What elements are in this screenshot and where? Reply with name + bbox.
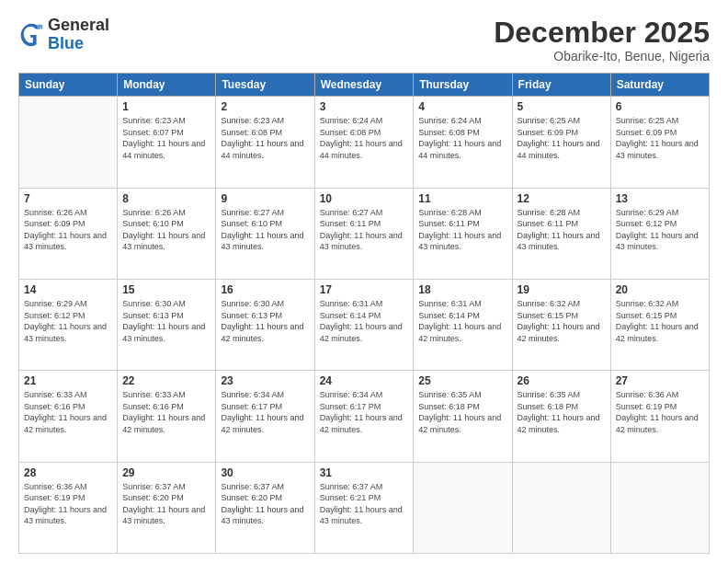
day-number: 28 [24,466,112,479]
calendar-cell: 4Sunrise: 6:24 AMSunset: 6:08 PMDaylight… [414,97,512,188]
calendar-cell: 11Sunrise: 6:28 AMSunset: 6:11 PMDayligh… [414,188,512,279]
calendar-cell: 1Sunrise: 6:23 AMSunset: 6:07 PMDaylight… [118,97,216,188]
day-info: Sunrise: 6:31 AMSunset: 6:14 PMDaylight:… [320,298,409,344]
day-info: Sunrise: 6:32 AMSunset: 6:15 PMDaylight:… [616,298,704,344]
day-number: 2 [221,100,309,113]
month-title: December 2025 [494,17,710,49]
calendar-cell: 20Sunrise: 6:32 AMSunset: 6:15 PMDayligh… [610,279,709,370]
day-info: Sunrise: 6:29 AMSunset: 6:12 PMDaylight:… [616,207,704,253]
weekday-sunday: Sunday [19,74,118,97]
calendar-cell: 6Sunrise: 6:25 AMSunset: 6:09 PMDaylight… [610,97,709,188]
day-number: 11 [418,192,506,205]
calendar-cell: 31Sunrise: 6:37 AMSunset: 6:21 PMDayligh… [314,462,414,553]
calendar-cell [610,462,709,553]
calendar-cell: 22Sunrise: 6:33 AMSunset: 6:16 PMDayligh… [118,371,216,462]
calendar-cell: 19Sunrise: 6:32 AMSunset: 6:15 PMDayligh… [512,279,610,370]
calendar-week-4: 21Sunrise: 6:33 AMSunset: 6:16 PMDayligh… [19,371,710,462]
day-info: Sunrise: 6:33 AMSunset: 6:16 PMDaylight:… [24,389,112,435]
weekday-wednesday: Wednesday [314,74,414,97]
day-number: 24 [320,374,409,387]
logo-icon [18,22,44,48]
calendar-cell: 7Sunrise: 6:26 AMSunset: 6:09 PMDaylight… [19,188,118,279]
calendar-cell: 23Sunrise: 6:34 AMSunset: 6:17 PMDayligh… [216,371,314,462]
calendar-cell: 14Sunrise: 6:29 AMSunset: 6:12 PMDayligh… [19,279,118,370]
weekday-monday: Monday [118,74,216,97]
day-info: Sunrise: 6:30 AMSunset: 6:13 PMDaylight:… [122,298,210,344]
calendar-cell: 3Sunrise: 6:24 AMSunset: 6:08 PMDaylight… [314,97,414,188]
day-info: Sunrise: 6:23 AMSunset: 6:07 PMDaylight:… [122,115,210,161]
day-number: 21 [24,374,112,387]
logo-blue: Blue [48,34,84,52]
calendar-week-5: 28Sunrise: 6:36 AMSunset: 6:19 PMDayligh… [19,462,710,553]
title-block: December 2025 Obarike-Ito, Benue, Nigeri… [494,17,710,63]
day-info: Sunrise: 6:25 AMSunset: 6:09 PMDaylight:… [616,115,704,161]
day-info: Sunrise: 6:25 AMSunset: 6:09 PMDaylight:… [518,115,606,161]
day-info: Sunrise: 6:23 AMSunset: 6:08 PMDaylight:… [221,115,309,161]
day-number: 14 [24,283,112,296]
day-info: Sunrise: 6:36 AMSunset: 6:19 PMDaylight:… [24,481,112,527]
day-number: 4 [418,100,506,113]
day-info: Sunrise: 6:34 AMSunset: 6:17 PMDaylight:… [221,389,309,435]
day-info: Sunrise: 6:37 AMSunset: 6:20 PMDaylight:… [122,481,210,527]
calendar-cell [512,462,610,553]
calendar-cell: 25Sunrise: 6:35 AMSunset: 6:18 PMDayligh… [414,371,512,462]
day-number: 25 [418,374,506,387]
calendar-week-1: 1Sunrise: 6:23 AMSunset: 6:07 PMDaylight… [19,97,710,188]
calendar-body: 1Sunrise: 6:23 AMSunset: 6:07 PMDaylight… [19,97,710,554]
calendar-cell: 5Sunrise: 6:25 AMSunset: 6:09 PMDaylight… [512,97,610,188]
calendar-cell: 8Sunrise: 6:26 AMSunset: 6:10 PMDaylight… [118,188,216,279]
day-number: 30 [221,466,309,479]
day-info: Sunrise: 6:29 AMSunset: 6:12 PMDaylight:… [24,298,112,344]
calendar-cell: 17Sunrise: 6:31 AMSunset: 6:14 PMDayligh… [314,279,414,370]
logo: General Blue [18,17,109,53]
day-info: Sunrise: 6:35 AMSunset: 6:18 PMDaylight:… [418,389,506,435]
day-info: Sunrise: 6:31 AMSunset: 6:14 PMDaylight:… [418,298,506,344]
day-number: 13 [616,192,704,205]
day-number: 9 [221,192,309,205]
calendar-cell: 15Sunrise: 6:30 AMSunset: 6:13 PMDayligh… [118,279,216,370]
day-number: 1 [122,100,210,113]
day-number: 3 [320,100,409,113]
day-info: Sunrise: 6:35 AMSunset: 6:18 PMDaylight:… [518,389,606,435]
calendar-cell: 10Sunrise: 6:27 AMSunset: 6:11 PMDayligh… [314,188,414,279]
calendar-cell: 16Sunrise: 6:30 AMSunset: 6:13 PMDayligh… [216,279,314,370]
calendar-cell: 9Sunrise: 6:27 AMSunset: 6:10 PMDaylight… [216,188,314,279]
day-number: 19 [518,283,606,296]
calendar-week-3: 14Sunrise: 6:29 AMSunset: 6:12 PMDayligh… [19,279,710,370]
header: General Blue December 2025 Obarike-Ito, … [18,17,710,63]
calendar-cell: 13Sunrise: 6:29 AMSunset: 6:12 PMDayligh… [610,188,709,279]
weekday-header: SundayMondayTuesdayWednesdayThursdayFrid… [19,74,710,97]
calendar-cell: 24Sunrise: 6:34 AMSunset: 6:17 PMDayligh… [314,371,414,462]
day-number: 31 [320,466,409,479]
calendar-cell: 28Sunrise: 6:36 AMSunset: 6:19 PMDayligh… [19,462,118,553]
day-info: Sunrise: 6:36 AMSunset: 6:19 PMDaylight:… [616,389,704,435]
day-info: Sunrise: 6:30 AMSunset: 6:13 PMDaylight:… [221,298,309,344]
day-info: Sunrise: 6:32 AMSunset: 6:15 PMDaylight:… [518,298,606,344]
day-number: 22 [122,374,210,387]
calendar-cell: 27Sunrise: 6:36 AMSunset: 6:19 PMDayligh… [610,371,709,462]
day-number: 8 [122,192,210,205]
day-info: Sunrise: 6:24 AMSunset: 6:08 PMDaylight:… [320,115,409,161]
logo-general: General [48,16,109,34]
calendar-cell: 29Sunrise: 6:37 AMSunset: 6:20 PMDayligh… [118,462,216,553]
logo-text: General Blue [48,17,109,53]
calendar-cell [414,462,512,553]
calendar-cell [19,97,118,188]
day-number: 20 [616,283,704,296]
day-number: 17 [320,283,409,296]
day-info: Sunrise: 6:37 AMSunset: 6:20 PMDaylight:… [221,481,309,527]
day-number: 23 [221,374,309,387]
day-info: Sunrise: 6:33 AMSunset: 6:16 PMDaylight:… [122,389,210,435]
weekday-tuesday: Tuesday [216,74,314,97]
calendar-cell: 18Sunrise: 6:31 AMSunset: 6:14 PMDayligh… [414,279,512,370]
weekday-thursday: Thursday [414,74,512,97]
location: Obarike-Ito, Benue, Nigeria [494,49,710,63]
calendar-cell: 21Sunrise: 6:33 AMSunset: 6:16 PMDayligh… [19,371,118,462]
day-number: 15 [122,283,210,296]
day-number: 10 [320,192,409,205]
day-info: Sunrise: 6:27 AMSunset: 6:10 PMDaylight:… [221,207,309,253]
day-info: Sunrise: 6:24 AMSunset: 6:08 PMDaylight:… [418,115,506,161]
calendar-cell: 12Sunrise: 6:28 AMSunset: 6:11 PMDayligh… [512,188,610,279]
day-number: 5 [518,100,606,113]
day-info: Sunrise: 6:26 AMSunset: 6:09 PMDaylight:… [24,207,112,253]
